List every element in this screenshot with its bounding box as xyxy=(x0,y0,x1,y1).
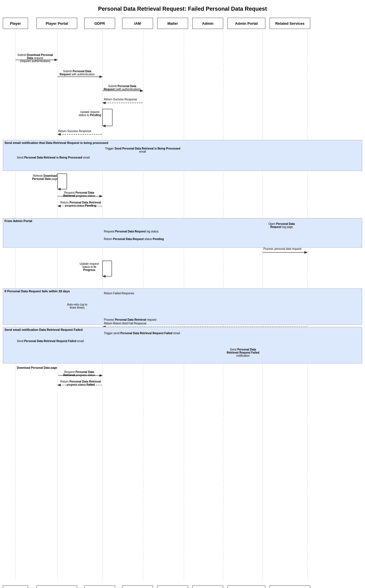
msg-13: Request Personal Data Request log status xyxy=(104,230,159,233)
msg-17: Return Failed Response xyxy=(104,292,134,295)
lane-header-admin-portal: Admin Portal xyxy=(227,18,265,29)
lane-footer-player-portal: Player Portal xyxy=(36,585,77,588)
msg-11: Return Personal Data Retrieval progress … xyxy=(58,201,103,207)
lane-footer-admin: Admin xyxy=(192,585,223,588)
msg-3: Submit Personal Data Request (with authe… xyxy=(102,85,142,91)
msg-9: Refresh Download Personal Data page xyxy=(31,174,59,180)
lane-header-player-portal: Player Portal xyxy=(36,18,77,29)
header-row: Player Player Portal GDPR IAM Mailer Adm… xyxy=(0,16,365,30)
msg-19: Process Personal Data Retrieval request xyxy=(104,318,156,321)
lane-header-mailer: Mailer xyxy=(157,18,188,29)
msg-24: Download Personal Data page xyxy=(17,366,57,369)
msg-15: Process personal data request xyxy=(263,247,302,250)
msg-21: Trigger send Personal Data Retrieval Req… xyxy=(104,332,180,335)
lane-footer-related-services: Related Services xyxy=(270,585,310,588)
section-label-1: Send email notification that Data Retrie… xyxy=(4,141,108,144)
msg-26: Return Personal Data Retrieval progress … xyxy=(58,380,103,386)
section-label-2: From Admin Portal xyxy=(4,219,32,223)
lane-footer-gdpr: GDPR xyxy=(84,585,115,588)
lane-header-admin: Admin xyxy=(192,18,223,29)
msg-12: Open Personal Data Request log page xyxy=(263,222,300,229)
lane-header-player: Player xyxy=(3,18,28,29)
msg-16: Update request status to In Progress xyxy=(77,262,102,272)
lane-header-gdpr: GDPR xyxy=(84,18,115,29)
lane-footer-mailer: Mailer xyxy=(157,585,188,588)
msg-5: Update request status to Pending xyxy=(77,110,102,117)
section-label-3: If Personal Data Request fails within 28… xyxy=(4,290,70,293)
msg-23: Send Personal Data Retrieval Request Fai… xyxy=(224,348,262,357)
msg-20: Return Return third Fail Response xyxy=(104,322,147,325)
section-label-4: Send email notification Data Retrieval R… xyxy=(4,328,83,331)
msg-18: Auto-retry (up to three times) xyxy=(65,303,90,309)
lane-header-related-services: Related Services xyxy=(270,18,310,29)
msg-10: Request Personal Data Retrieval progress… xyxy=(58,191,100,197)
msg-2: Submit Personal Data Request with authen… xyxy=(58,70,97,76)
msg-25: Request Personal Data Retrieval progress… xyxy=(58,370,100,377)
msg-7: Trigger Send Personal Data Retrieval is … xyxy=(103,147,182,153)
msg-4: Return Success Response xyxy=(104,98,137,101)
footer-row: Player Player Portal GDPR IAM Mailer Adm… xyxy=(0,584,365,588)
msg-6: Return Success Response xyxy=(58,130,91,133)
msg-14: Return Personal Data Request status Pend… xyxy=(104,238,164,241)
lane-footer-admin-portal: Admin Portal xyxy=(227,585,265,588)
msg-1: Submit Download Personal Data request(re… xyxy=(17,53,53,63)
msg-22: Send Personal Data Retrieval Request Fai… xyxy=(17,340,84,343)
msg-8: Send Personal Data Retrieval is Being Pr… xyxy=(17,156,90,159)
lane-footer-iam: IAM xyxy=(122,585,153,588)
page-title: Personal Data Retrieval Request: Failed … xyxy=(0,0,365,16)
lane-header-iam: IAM xyxy=(122,18,153,29)
lane-footer-player: Player xyxy=(3,585,28,588)
